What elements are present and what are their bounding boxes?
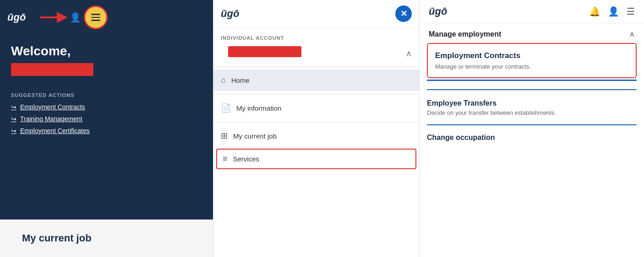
action-arrow-icon-3: ↪ bbox=[11, 127, 16, 134]
name-redacted-bar bbox=[11, 63, 93, 76]
suggested-actions-label: SUGGESTED ACTIONS bbox=[11, 92, 202, 98]
bell-icon[interactable]: 🔔 bbox=[589, 6, 600, 17]
welcome-heading: Welcome, bbox=[11, 44, 202, 59]
home-icon: ⌂ bbox=[221, 75, 226, 85]
user-icon-right[interactable]: 👤 bbox=[608, 6, 619, 17]
action-training-management[interactable]: ↪ Training Management bbox=[11, 115, 202, 123]
nav-item-home[interactable]: ⌂ Home bbox=[213, 70, 419, 91]
right-panel: ūgō 🔔 👤 ☰ Manage employment ∧ Employment… bbox=[419, 0, 644, 257]
employee-transfers-item[interactable]: Employee Transfers Decide on your transf… bbox=[420, 95, 644, 121]
account-name-redacted bbox=[228, 46, 301, 57]
left-panel: ūgō 👤 bbox=[0, 0, 213, 257]
menu-icon-right[interactable]: ☰ bbox=[627, 6, 635, 17]
document-icon: 📄 bbox=[221, 103, 231, 113]
welcome-section: Welcome, bbox=[0, 35, 213, 85]
close-button[interactable]: ✕ bbox=[395, 5, 412, 22]
section-divider-2 bbox=[427, 124, 637, 125]
bottom-area-left: My current job bbox=[0, 220, 213, 257]
hamburger-icon bbox=[91, 14, 100, 21]
nav-divider-1 bbox=[213, 66, 419, 67]
middle-header: ūgō ✕ bbox=[213, 0, 419, 28]
action-employment-certificates[interactable]: ↪ Employment Certificates bbox=[11, 127, 202, 134]
red-arrow-icon bbox=[39, 11, 67, 24]
employment-contracts-card[interactable]: Employment Contracts Manage or terminate… bbox=[427, 43, 637, 78]
user-icon-left: 👤 bbox=[70, 12, 81, 23]
action-arrow-icon-1: ↪ bbox=[11, 103, 16, 111]
manage-employment-section-header: Manage employment ∧ bbox=[420, 23, 644, 43]
employee-transfers-desc: Decide on your transfer between establis… bbox=[427, 109, 637, 116]
nav-item-my-information[interactable]: 📄 My information bbox=[213, 97, 419, 119]
section-chevron-up[interactable]: ∧ bbox=[406, 48, 412, 59]
middle-panel: ūgō ✕ INDIVIDUAL ACCOUNT ∧ ⌂ Home 📄 My i… bbox=[213, 0, 419, 257]
left-logo: ūgō bbox=[7, 11, 26, 23]
middle-logo: ūgō bbox=[221, 8, 239, 20]
change-occupation-item[interactable]: Change occupation bbox=[420, 129, 644, 146]
nav-item-my-current-job[interactable]: ⊞ My current job bbox=[213, 125, 419, 147]
my-current-job-title: My current job bbox=[11, 226, 202, 251]
action-employment-contracts[interactable]: ↪ Employment Contracts bbox=[11, 103, 202, 111]
account-name-row: ∧ bbox=[213, 43, 419, 64]
close-icon: ✕ bbox=[400, 9, 407, 19]
nav-divider-2 bbox=[213, 94, 419, 94]
manage-employment-title: Manage employment bbox=[429, 30, 501, 38]
right-icon-group: 🔔 👤 ☰ bbox=[589, 6, 635, 17]
employment-contracts-title: Employment Contracts bbox=[435, 51, 628, 60]
right-logo: ūgō bbox=[429, 5, 447, 17]
hamburger-button[interactable] bbox=[84, 5, 108, 29]
section-divider-1 bbox=[427, 89, 637, 90]
services-icon: ≡ bbox=[223, 154, 228, 164]
right-header: ūgō 🔔 👤 ☰ bbox=[420, 0, 644, 23]
change-occupation-title: Change occupation bbox=[427, 134, 637, 142]
manage-employment-chevron[interactable]: ∧ bbox=[629, 30, 635, 38]
left-panel-content: ūgō 👤 bbox=[0, 0, 213, 220]
left-header: ūgō 👤 bbox=[0, 0, 213, 35]
arrow-container: 👤 bbox=[39, 5, 108, 29]
suggested-actions-section: SUGGESTED ACTIONS ↪ Employment Contracts… bbox=[0, 85, 213, 146]
nav-divider-3 bbox=[213, 122, 419, 122]
employment-contracts-desc: Manage or terminate your contracts. bbox=[435, 63, 628, 70]
employee-transfers-title: Employee Transfers bbox=[427, 99, 637, 107]
nav-item-services[interactable]: ≡ Services bbox=[216, 149, 416, 169]
grid-icon: ⊞ bbox=[221, 131, 228, 141]
individual-account-label: INDIVIDUAL ACCOUNT bbox=[213, 28, 419, 43]
action-arrow-icon-2: ↪ bbox=[11, 115, 16, 123]
